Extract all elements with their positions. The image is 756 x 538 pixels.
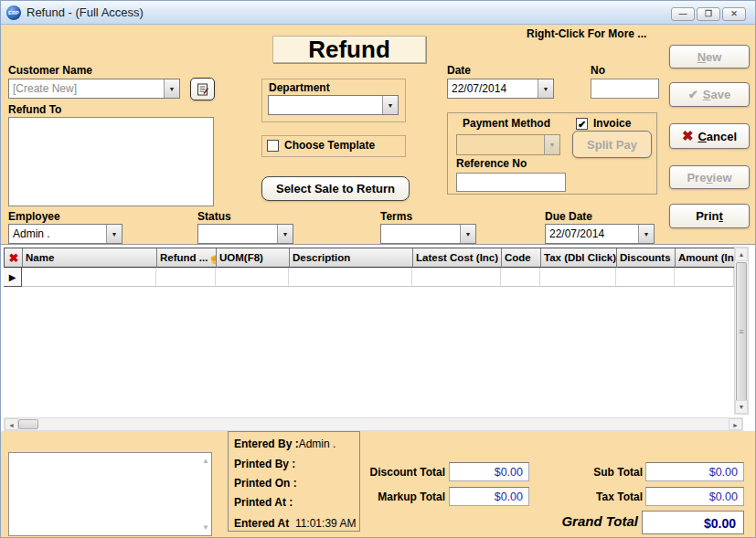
scroll-left-icon[interactable]: ◄ xyxy=(5,418,18,430)
cell-amount[interactable] xyxy=(675,268,734,287)
payment-method-label: Payment Method xyxy=(463,117,550,130)
minimize-icon[interactable]: — xyxy=(671,7,695,21)
tax-total-label: Tax Total xyxy=(531,491,643,503)
grand-total-label: Grand Total xyxy=(495,513,638,529)
print-label: Print xyxy=(696,209,723,223)
close-icon[interactable]: ✕ xyxy=(722,7,746,21)
refund-to-textarea[interactable] xyxy=(8,117,214,206)
cell-tax[interactable] xyxy=(540,268,616,287)
column-header-description[interactable]: Description xyxy=(290,248,413,268)
cell-refund[interactable] xyxy=(156,268,216,287)
cancel-button[interactable]: ✖ Cancel xyxy=(669,123,750,149)
cell-name[interactable] xyxy=(22,268,156,287)
new-label: New xyxy=(697,50,722,64)
column-header-latest-cost[interactable]: Latest Cost (Inc) xyxy=(413,248,502,268)
chevron-down-icon[interactable]: ▼ xyxy=(164,79,179,98)
column-header-amount[interactable]: Amount (Inc) xyxy=(676,248,735,268)
terms-label: Terms xyxy=(380,210,412,223)
new-button[interactable]: New xyxy=(669,45,750,69)
chevron-down-icon[interactable]: ▼ xyxy=(382,96,398,114)
cell-uom[interactable] xyxy=(216,268,289,287)
scroll-up-icon[interactable]: ▲ xyxy=(735,248,748,261)
column-header-tax[interactable]: Tax (Dbl Click) xyxy=(541,248,617,268)
reference-no-input[interactable] xyxy=(456,173,566,192)
items-grid: ✖ Name Refund ...☝ UOM(F8) Description L… xyxy=(1,244,756,431)
no-input[interactable] xyxy=(591,79,659,99)
employee-select[interactable]: Admin . ▼ xyxy=(8,224,122,244)
split-pay-button[interactable]: Split Pay xyxy=(572,131,652,158)
cell-code[interactable] xyxy=(501,268,540,287)
department-label: Department xyxy=(269,81,330,94)
chevron-down-icon[interactable]: ▼ xyxy=(538,79,553,98)
customer-notes-button[interactable] xyxy=(190,78,215,100)
employee-label: Employee xyxy=(8,210,60,223)
window-title: Refund - (Full Access) xyxy=(27,5,144,19)
printed-on-row: Printed On : xyxy=(234,477,297,490)
app-icon: ERP xyxy=(6,5,21,20)
payment-method-select[interactable]: ▼ xyxy=(456,134,560,155)
notepad-icon xyxy=(196,82,210,97)
column-header-discounts[interactable]: Discounts xyxy=(617,248,676,268)
notes-scroll-down-icon[interactable]: ▼ xyxy=(202,523,209,532)
cell-discounts[interactable] xyxy=(616,268,675,287)
printed-at-row: Printed At : xyxy=(234,496,293,509)
red-x-icon: ✖ xyxy=(682,128,694,144)
column-header-code[interactable]: Code xyxy=(502,248,541,268)
choose-template-checkbox[interactable] xyxy=(267,140,279,152)
right-click-hint: Right-Click For More ... xyxy=(527,27,646,40)
department-value xyxy=(269,96,382,114)
entered-by-row: Entered By :Admin . xyxy=(234,438,335,450)
horizontal-scroll-thumb[interactable] xyxy=(18,419,38,429)
preview-button[interactable]: Preview xyxy=(669,165,750,189)
employee-value: Admin . xyxy=(9,225,106,243)
notes-scroll-up-icon[interactable]: ▲ xyxy=(202,457,209,465)
terms-value xyxy=(381,225,460,243)
chevron-down-icon[interactable]: ▼ xyxy=(638,225,654,243)
print-button[interactable]: Print xyxy=(669,204,750,228)
status-select[interactable]: ▼ xyxy=(197,224,293,244)
vertical-scrollbar[interactable]: ▲ ≡ ▼ xyxy=(734,247,749,415)
scroll-right-icon[interactable]: ► xyxy=(729,418,742,430)
chevron-down-icon[interactable]: ▼ xyxy=(277,225,293,243)
grand-total-value: $0.00 xyxy=(642,511,744,534)
select-sale-to-return-button[interactable]: Select Sale to Return xyxy=(261,176,410,201)
preview-label: Preview xyxy=(687,171,731,185)
no-label: No xyxy=(591,64,605,77)
row-selector-icon[interactable]: ▶ xyxy=(4,268,22,287)
entered-at-row: Entered At 11:01:39 AM xyxy=(234,517,356,530)
due-date-picker[interactable]: 22/07/2014 ▼ xyxy=(545,224,655,244)
customer-name-select[interactable]: [Create New] ▼ xyxy=(8,79,180,99)
save-label: Save xyxy=(703,88,730,101)
column-header-uom[interactable]: UOM(F8) xyxy=(217,248,290,268)
page-title: Refund xyxy=(272,36,426,63)
horizontal-scrollbar[interactable]: ◄ ► xyxy=(4,417,743,431)
due-date-value: 22/07/2014 xyxy=(546,225,638,243)
date-picker[interactable]: 22/07/2014 ▼ xyxy=(447,79,554,99)
delete-row-icon[interactable]: ✖ xyxy=(9,251,19,265)
date-value: 22/07/2014 xyxy=(448,79,538,98)
customer-name-value: [Create New] xyxy=(9,79,164,98)
invoice-checkbox[interactable]: ✔ xyxy=(576,118,588,130)
date-label: Date xyxy=(447,64,471,77)
chevron-down-icon[interactable]: ▼ xyxy=(460,225,475,243)
restore-icon[interactable]: ❐ xyxy=(697,7,720,21)
scroll-down-icon[interactable]: ▼ xyxy=(735,400,748,414)
vertical-scroll-thumb[interactable]: ≡ xyxy=(736,262,747,401)
choose-template-label: Choose Template xyxy=(284,139,375,152)
notes-textarea[interactable]: ▲ ▼ xyxy=(8,452,212,536)
chevron-down-icon[interactable]: ▼ xyxy=(106,225,122,243)
save-button[interactable]: ✔ Save xyxy=(669,82,750,107)
check-icon: ✔ xyxy=(688,88,698,101)
markup-total-value: $0.00 xyxy=(449,487,529,506)
column-header-name[interactable]: Name xyxy=(23,248,157,268)
titlebar: ERP Refund - (Full Access) — ❐ ✕ xyxy=(1,1,756,25)
department-select[interactable]: ▼ xyxy=(268,95,399,115)
due-date-label: Due Date xyxy=(545,210,592,223)
cell-description[interactable] xyxy=(289,268,412,287)
column-header-refund[interactable]: Refund ...☝ xyxy=(157,248,217,268)
terms-select[interactable]: ▼ xyxy=(380,224,476,244)
delete-row-header[interactable]: ✖ xyxy=(5,248,23,268)
cell-latest-cost[interactable] xyxy=(412,268,501,287)
markup-total-label: Markup Total xyxy=(330,491,445,503)
payment-method-value xyxy=(457,135,544,154)
